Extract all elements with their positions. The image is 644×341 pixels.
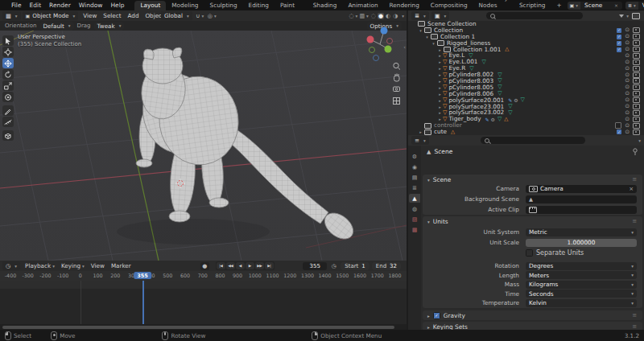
gizmo-y-axis[interactable] (385, 46, 392, 53)
show-overlays-icon[interactable]: ▥ (359, 12, 368, 20)
units-panel-header[interactable]: Units≡ (423, 216, 642, 226)
properties-search-input[interactable] (481, 137, 585, 144)
eye-icon[interactable]: ⊙ (625, 66, 630, 72)
eye-icon[interactable]: ⊙ (625, 123, 630, 129)
eye-icon[interactable]: ⊙ (625, 53, 630, 59)
tool-measure[interactable] (2, 117, 14, 127)
eye-icon[interactable]: ⊙ (625, 110, 630, 116)
disclosure-arrow-icon[interactable]: ▸ (437, 72, 443, 78)
viewport-menu-view[interactable]: View (80, 12, 100, 19)
timeline-editor[interactable]: ◷ PlaybackKeyingViewMarker ● |◀◀◀◀▶▶▶▶| … (0, 261, 407, 330)
eye-icon[interactable]: ⊙ (625, 47, 630, 52)
background-scene-field[interactable]: ▲ (526, 195, 637, 203)
jump-to-start-button[interactable]: |◀ (217, 262, 225, 269)
menu-edit[interactable]: Edit (26, 2, 46, 9)
mode-dropdown[interactable]: ▣Object Mode (23, 11, 79, 20)
workspace-tab-compositing[interactable]: Compositing (425, 1, 473, 10)
workspace-tab-shading[interactable]: Shading (308, 1, 343, 10)
navigation-gizmo[interactable] (348, 23, 399, 64)
camera-view-icon[interactable] (394, 87, 400, 92)
workspace-tab-texture-paint[interactable]: Texture Paint (275, 0, 308, 10)
gravity-panel-header[interactable]: ✓ Gravity ≡ (423, 310, 642, 320)
breadcrumb-scene[interactable]: Scene (434, 148, 452, 155)
workspace-tab-sculpting[interactable]: Sculpting (204, 1, 243, 10)
properties-editor[interactable]: ≡ ⚙◉▤≣▲◍▨▩ ▲ Scene Scene≡ Camera Camera … (408, 135, 644, 330)
time-dropdown[interactable]: Seconds▾ (526, 290, 637, 298)
snap-magnet-icon[interactable]: ∪ (196, 12, 204, 20)
properties-tab-world[interactable]: ◍ (409, 204, 420, 213)
pin-icon[interactable] (632, 148, 638, 155)
scene-browse-icon[interactable]: ▣ (568, 2, 580, 10)
menu-window[interactable]: Window (75, 2, 107, 9)
viewport-menu-add[interactable]: Add (125, 12, 142, 19)
playhead-frame-badge[interactable]: 355 (134, 272, 151, 279)
disclosure-arrow-icon[interactable]: ▸ (437, 97, 443, 104)
tool-cursor[interactable] (2, 47, 14, 57)
next-keyframe-button[interactable]: ▶▶ (255, 262, 264, 269)
disclosure-arrow-icon[interactable]: ▸ (437, 104, 443, 110)
properties-tab-texture[interactable]: ▨ (409, 215, 420, 224)
outliner-row-eye-r[interactable]: ▸▽Eye.R▽⊙ (408, 65, 644, 72)
gizmo-z-axis-neg[interactable] (374, 55, 379, 61)
cam-icon[interactable] (633, 110, 640, 116)
eye-icon[interactable]: ⊙ (625, 117, 630, 122)
timeline-menu-marker[interactable]: Marker (108, 262, 134, 269)
drag-dropdown[interactable]: Tweak (94, 22, 125, 31)
properties-tab-tool[interactable]: ⚙ (409, 152, 420, 161)
separate-units-checkbox[interactable] (526, 249, 533, 257)
cam-icon[interactable] (633, 40, 640, 46)
zoom-icon[interactable] (394, 63, 400, 69)
outliner-search-input[interactable] (486, 12, 583, 19)
active-clip-field[interactable] (526, 206, 637, 214)
outliner-editor-type-button[interactable]: ≣ (411, 11, 429, 20)
end-frame-field[interactable]: End32 (372, 262, 401, 270)
cam-icon[interactable] (633, 72, 640, 78)
camera-field[interactable]: Camera × (526, 185, 637, 193)
disclosure-arrow-icon[interactable]: ▸ (418, 129, 423, 135)
workspace-tab-layout[interactable]: Layout (134, 1, 166, 10)
tool-scale[interactable] (2, 80, 14, 91)
gravity-checkbox[interactable]: ✓ (433, 312, 440, 319)
disclosure-arrow-icon[interactable]: ▸ (437, 78, 443, 84)
unlink-scene-icon[interactable]: × (614, 2, 618, 8)
disclosure-arrow-icon[interactable]: ▸ (437, 84, 443, 91)
tool-select-box[interactable] (2, 35, 14, 46)
checkempty-icon[interactable] (615, 122, 621, 129)
tool-rotate[interactable] (2, 69, 14, 80)
workspace-tab-uv-editing[interactable]: UV Editing (243, 0, 275, 10)
cam-icon[interactable] (633, 60, 640, 65)
disclosure-arrow-icon[interactable]: ▸ (437, 65, 443, 72)
cam-icon[interactable] (633, 129, 640, 135)
menu-render[interactable]: Render (45, 2, 75, 9)
eye-icon[interactable]: ⊙ (625, 60, 630, 65)
sidebar-expand-icon[interactable]: ‹ (403, 44, 406, 51)
outliner-row-rigged-lioness[interactable]: ▾Rigged_lioness✓⊙ (408, 40, 644, 47)
disclosure-arrow-icon[interactable]: ▸ (437, 47, 443, 53)
play-button[interactable]: ▶ (246, 262, 254, 269)
3d-scene-canvas[interactable] (0, 31, 407, 261)
timeline-menu-keying[interactable]: Keying (58, 262, 88, 269)
properties-tab-render[interactable]: ◉ (409, 162, 420, 171)
workspace-tab-scripting[interactable]: Scripting (514, 1, 551, 10)
cam-icon[interactable] (633, 53, 640, 59)
orientation-dropdown[interactable]: Default (40, 22, 74, 31)
start-frame-field[interactable]: Start1 (341, 262, 369, 270)
workspace-tab-modeling[interactable]: Modeling (166, 1, 204, 10)
rotation-dropdown[interactable]: Degrees▾ (526, 262, 637, 270)
auto-keying-icon[interactable]: ● (200, 262, 209, 270)
view-layer-browse-icon[interactable]: ≣ (625, 2, 638, 10)
panel-grip-icon[interactable]: ≡ (632, 312, 638, 318)
timeline-track[interactable] (0, 281, 407, 324)
pan-hand-icon[interactable] (394, 74, 400, 82)
properties-tab-scene[interactable]: ▲ (409, 194, 420, 203)
outliner-filter-button[interactable] (619, 12, 629, 19)
toggle-ortho-icon[interactable] (394, 98, 400, 105)
tool-add-cube[interactable] (2, 130, 14, 141)
timeline-scrollbar[interactable] (0, 324, 407, 330)
panel-grip-icon[interactable]: ≡ (632, 323, 638, 330)
properties-tab-output[interactable]: ▤ (409, 173, 420, 182)
cam-icon[interactable] (633, 78, 640, 84)
panel-grip-icon[interactable]: ≡ (632, 176, 638, 183)
shading-rendered-icon[interactable]: ◑ (392, 13, 398, 19)
tool-annotate[interactable] (2, 105, 14, 116)
